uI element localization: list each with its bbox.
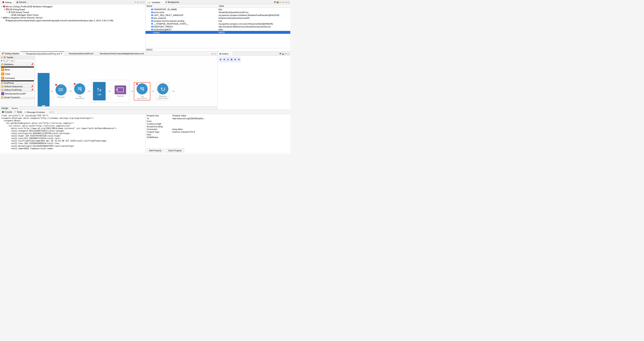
tab-debug[interactable]: 🐞 Debug ✕ [1, 0, 15, 4]
editor-tab[interactable]: 📄*SimpleStockQuoteServiceProxy.xml✕ [21, 52, 64, 56]
close-icon[interactable]: ✕ [61, 52, 62, 55]
tree-row[interactable]: ▼🐞 Microei_Debug_Profile [ESB Mediation … [0, 5, 145, 8]
xml-payload[interactable]: <?xml version="1.0" encoding="UTF-16"?> … [0, 114, 146, 154]
variable-row[interactable]: synapse.internal.request.sendingtrue [146, 20, 290, 22]
toolbar-icon[interactable]: ▭ [279, 1, 282, 3]
maximize-icon[interactable]: ▢ [287, 1, 290, 3]
variable-row[interactable]: proxy.nameSimpleStockQuoteServiceProxy [146, 11, 290, 14]
design-canvas[interactable]: ➔ Property ➔ Log log payload [35, 56, 217, 106]
back-icon[interactable]: ◁ [1, 56, 2, 58]
call-container[interactable]: Call ➔ Named [91, 80, 130, 102]
close-icon[interactable]: ✕ [12, 1, 14, 3]
breakpoint-marker[interactable] [55, 84, 57, 86]
clear-property-button[interactable]: Clear Property [166, 148, 184, 152]
breakpoint-marker[interactable] [74, 83, 76, 85]
property-row[interactable]: Host [147, 133, 289, 136]
property-row[interactable]: Tohttp://www.w3.org/2005/08/addre... [147, 117, 289, 120]
palette-group-endpoints[interactable]: EndPoints [0, 82, 35, 85]
tool-icon[interactable]: ◆ [11, 60, 13, 62]
palette-group-mediators[interactable]: Mediators 📌 [0, 62, 35, 66]
minimize-icon[interactable]: ▭ [140, 1, 142, 3]
property-row[interactable]: SOAPAction [147, 136, 289, 139]
call-node[interactable]: Call [93, 82, 106, 100]
zoom-out-icon[interactable]: 🔎 [6, 60, 9, 62]
variable-row[interactable]: last_endpointEndpoint [StockQuoteService… [146, 16, 290, 20]
variable-row[interactable]: __SYNAPSE_RESPONSE_STATE__org.apache.syn… [146, 22, 290, 25]
editor-tab[interactable]: 🚀Getting Started [0, 52, 21, 55]
minimize-icon[interactable]: ▭ [284, 52, 287, 55]
expand-icon[interactable]: ▼ [6, 11, 8, 13]
variable-row[interactable]: LAST_SEQ_FAULT_HANDLERorg.apache.synapse… [146, 14, 290, 16]
outline-thumbnail[interactable] [218, 57, 241, 62]
respond-node[interactable]: Respond respond back [156, 82, 169, 100]
palette-item-stockep[interactable]: StockQuoteServiceEP [0, 92, 35, 96]
expand-icon[interactable]: ▼ [1, 17, 3, 18]
maximize-icon[interactable]: ▢ [214, 52, 216, 55]
toolbar-icon[interactable]: ⬒ [274, 1, 276, 3]
view-menu-icon[interactable]: ▾ [282, 1, 284, 3]
property-row[interactable]: From [147, 120, 289, 122]
zoom-in-icon[interactable]: 🔍 [3, 60, 6, 62]
col-value[interactable]: Value [218, 4, 290, 8]
properties-list[interactable]: Tohttp://www.w3.org/2005/08/addre...From… [146, 117, 290, 148]
tab-message-envelope[interactable]: ▭ Message Envelope ✕ [23, 110, 49, 114]
named-endpoint-node[interactable]: Named [115, 86, 126, 97]
expand-icon[interactable]: ▼ [4, 8, 6, 10]
tool-icon[interactable]: ⬡ [13, 60, 15, 62]
add-property-button[interactable]: Add Property [147, 148, 164, 152]
palette-group-defseq[interactable]: Defined Sequences 📌 [0, 85, 35, 88]
tab-breakpoints[interactable]: ◉ Breakpoints [164, 0, 180, 4]
col-prop-value[interactable]: Property Value [172, 114, 290, 117]
variable-row[interactable]: TRANSPORT_IN_NAMEhttp [146, 8, 290, 11]
property-row[interactable]: Accept-Encoding [147, 125, 289, 128]
property-node[interactable]: Property [56, 84, 67, 98]
tree-row[interactable]: ▼🎯 ESB DebugTarget [0, 8, 145, 11]
close-icon[interactable]: ✕ [162, 1, 163, 3]
toolbar-icon[interactable]: ⬒ [279, 52, 282, 55]
variable-row[interactable]: ENDPOINT_PREFIXhttp://localhost:9000/ser… [146, 25, 290, 28]
outline-view[interactable] [217, 56, 290, 63]
tab-source[interactable]: Source [10, 106, 20, 110]
property-row[interactable]: ConnectionKeep-Alive [147, 128, 289, 130]
view-menu-icon[interactable]: ▾ [137, 1, 139, 3]
tree-row[interactable]: ⚙ /Applications/DeveloperStudio.app/Cont… [0, 19, 145, 22]
close-icon[interactable]: ✕ [230, 53, 231, 55]
maximize-icon[interactable]: ▢ [52, 111, 54, 113]
select-icon[interactable]: ➤ [1, 60, 2, 62]
variables-table[interactable]: TRANSPORT_IN_NAMEhttpproxy.nameSimpleSto… [146, 8, 290, 48]
pin-icon[interactable]: 📌 [31, 85, 34, 88]
editor-tab[interactable]: 📄StockQuoteServiceEP.xml [64, 52, 95, 55]
pin-icon[interactable]: 📌 [31, 88, 34, 91]
tree-row[interactable]: ≡ ESB Debugger Stack Frame [0, 14, 145, 16]
minimize-icon[interactable]: ▭ [284, 1, 287, 3]
property-row[interactable]: Content-Typetext/xml; charset=UTF-8 [147, 130, 289, 133]
breakpoint-marker[interactable] [136, 83, 138, 85]
palette-group-defep[interactable]: Defined EndPoints 📌 [0, 88, 35, 92]
start-node[interactable] [38, 73, 50, 106]
col-prop-key[interactable]: Property Key [146, 114, 172, 117]
tab-servers[interactable]: 🖧 Servers [15, 0, 28, 4]
toolbar-icon[interactable]: ⬓ [282, 52, 284, 55]
pin-icon[interactable]: 📌 [31, 63, 34, 66]
tree-row[interactable]: ▼🧵 ESB Debug Thread [0, 11, 145, 14]
toolbar-icon[interactable]: ⎋ [134, 1, 136, 3]
log-node[interactable]: Log log payload [74, 83, 85, 99]
maximize-icon[interactable]: ▢ [287, 52, 290, 55]
tab-console[interactable]: ▣ Console [1, 110, 13, 114]
tab-tasks[interactable]: ✓ Tasks [13, 110, 23, 114]
tab-variables[interactable]: (x)= Variables ✕ [146, 0, 164, 4]
tab-design[interactable]: Design [0, 106, 10, 110]
tab-outline[interactable]: ▤ Outline ✕ [218, 52, 232, 55]
toolbar-icon[interactable]: ⬓ [276, 1, 279, 3]
variable-row[interactable]: IsClientDoingRESTfalse [146, 28, 290, 31]
maximize-icon[interactable]: ▢ [142, 1, 144, 3]
palette-group-gmail[interactable]: Gmail Connector [0, 96, 35, 99]
minimize-icon[interactable]: ▭ [49, 111, 51, 113]
col-name[interactable]: Name [146, 4, 218, 8]
editor-tab[interactable]: 📄StockQuoteTestCompositeApplication/pom.… [95, 52, 146, 55]
marquee-icon[interactable]: ⬚ [9, 60, 11, 62]
log-node-selected[interactable]: Log log response [134, 82, 150, 100]
expand-icon[interactable]: ▼ [1, 6, 3, 8]
palette-item-bean[interactable]: B Bean [0, 68, 35, 72]
palette-item-command[interactable]: P Command [0, 76, 35, 80]
